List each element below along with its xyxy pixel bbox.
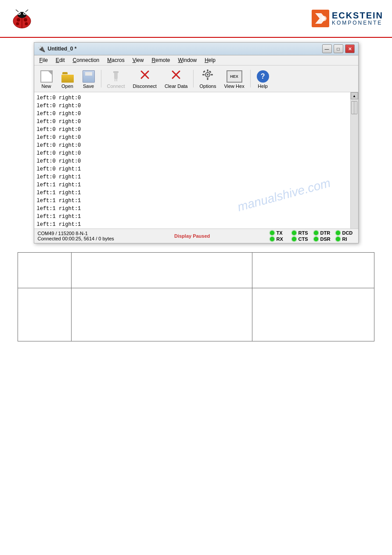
save-icon: [83, 70, 95, 83]
svg-point-10: [19, 13, 20, 15]
dcd-indicator: DCD: [336, 230, 354, 236]
cleardata-icon: [170, 69, 182, 83]
menu-remote[interactable]: Remote: [148, 56, 173, 64]
rx-led: [270, 237, 274, 241]
svg-rect-29: [202, 74, 205, 76]
options-button[interactable]: Options: [196, 67, 219, 90]
menu-connection[interactable]: Connection: [69, 56, 103, 64]
new-button[interactable]: New: [37, 69, 56, 90]
svg-rect-18: [113, 71, 119, 73]
help-button[interactable]: ? Help: [253, 69, 273, 90]
menu-bar: File Edit Connection Macros View Remote …: [34, 55, 358, 65]
svg-point-4: [24, 18, 27, 22]
svg-line-13: [25, 10, 28, 12]
open-label: Open: [61, 83, 73, 89]
brand-icon: [312, 10, 329, 27]
table-cell: [252, 253, 374, 288]
svg-point-3: [17, 18, 20, 22]
open-button[interactable]: Open: [58, 71, 77, 90]
toolbar-sep-1: [101, 70, 101, 87]
minimize-button[interactable]: —: [322, 44, 332, 53]
help-label: Help: [258, 83, 268, 89]
status-bar: COM49 / 115200 8-N-1 Connected 00:00:25,…: [34, 229, 358, 243]
svg-rect-30: [211, 74, 213, 76]
brand-name-line2: KOMPONENTE: [332, 20, 383, 26]
brand-name-line1: ECKSTEIN: [332, 11, 383, 20]
menu-file[interactable]: File: [36, 56, 51, 64]
viewhex-label: View Hex: [224, 83, 244, 89]
ri-label: RI: [342, 236, 354, 242]
title-bar-controls: — □ ✕: [322, 44, 355, 53]
new-label: New: [41, 83, 51, 89]
rx-indicator: RX: [270, 236, 288, 242]
toolbar-sep-3: [250, 70, 251, 87]
save-button[interactable]: Save: [79, 69, 98, 90]
menu-window[interactable]: Window: [174, 56, 200, 64]
new-icon: [40, 70, 53, 83]
save-label: Save: [83, 83, 94, 89]
session-info: Connected 00:00:25, 5614 / 0 bytes: [38, 236, 114, 241]
menu-view[interactable]: View: [129, 56, 147, 64]
svg-rect-19: [115, 79, 115, 81]
scroll-up[interactable]: ▲: [351, 92, 358, 99]
title-bar: 🔌 Untitled_0 * — □ ✕: [34, 43, 358, 55]
status-right: TX RX RTS CTS: [270, 230, 354, 242]
table-cell: [72, 288, 252, 341]
dsr-indicator: DSR: [314, 236, 332, 242]
open-icon: [61, 72, 74, 83]
indicators-group-2: RTS CTS: [292, 230, 310, 242]
disconnect-label: Disconnect: [133, 83, 156, 89]
help-icon: ?: [257, 70, 269, 83]
dcd-led: [336, 231, 340, 235]
cleardata-label: Clear Data: [165, 83, 188, 89]
rts-label: RTS: [298, 230, 310, 236]
terminal-text: left:0 right:0left:0 right:0left:0 right…: [34, 92, 350, 229]
display-paused: Display Paused: [174, 233, 210, 239]
bottom-table-area: [9, 252, 383, 341]
svg-rect-31: [203, 70, 206, 73]
page-content: 🔌 Untitled_0 * — □ ✕ File Edit Connectio…: [0, 42, 392, 341]
viewhex-button[interactable]: HEX View Hex: [221, 69, 247, 90]
svg-line-12: [16, 10, 18, 12]
svg-point-11: [24, 13, 25, 15]
close-button[interactable]: ✕: [345, 44, 355, 53]
viewhex-icon: HEX: [227, 70, 242, 83]
svg-point-26: [207, 74, 209, 76]
dtr-label: DTR: [320, 230, 332, 236]
window-icon: 🔌: [38, 45, 45, 52]
title-bar-left: 🔌 Untitled_0 *: [38, 45, 77, 52]
tx-label: TX: [276, 230, 288, 236]
page-header: ECKSTEIN KOMPONENTE: [0, 0, 392, 38]
disconnect-button[interactable]: Disconnect: [129, 67, 159, 90]
status-left: COM49 / 115200 8-N-1 Connected 00:00:25,…: [38, 231, 114, 241]
svg-rect-20: [116, 79, 117, 81]
toolbar: New Open Save: [34, 65, 358, 92]
logo-left: [9, 4, 35, 33]
dtr-indicator: DTR: [314, 230, 332, 236]
scroll-thumb[interactable]: [351, 101, 357, 114]
connect-label: Connect: [107, 83, 125, 89]
options-icon: [201, 69, 214, 83]
options-label: Options: [199, 83, 216, 89]
menu-edit[interactable]: Edit: [52, 56, 68, 64]
window-title: Untitled_0 *: [48, 46, 77, 52]
svg-rect-28: [207, 78, 209, 80]
scrollbar[interactable]: ▲: [350, 92, 358, 229]
rx-label: RX: [276, 236, 288, 242]
terminal-content: left:0 right:0left:0 right:0left:0 right…: [34, 92, 358, 229]
dtr-led: [314, 231, 318, 235]
table-cell: [18, 253, 72, 288]
connect-button[interactable]: Connect: [104, 69, 128, 90]
brand-text: ECKSTEIN KOMPONENTE: [332, 11, 383, 26]
svg-point-5: [16, 22, 19, 25]
dcd-label: DCD: [342, 230, 354, 236]
disconnect-icon: [139, 69, 151, 83]
cleardata-button[interactable]: Clear Data: [162, 67, 191, 90]
table-cell: [252, 288, 374, 341]
indicators-group-1: TX RX: [270, 230, 288, 242]
menu-macros[interactable]: Macros: [104, 56, 128, 64]
menu-help[interactable]: Help: [201, 56, 219, 64]
svg-rect-27: [207, 69, 209, 72]
maximize-button[interactable]: □: [334, 44, 343, 53]
svg-point-6: [25, 22, 28, 25]
